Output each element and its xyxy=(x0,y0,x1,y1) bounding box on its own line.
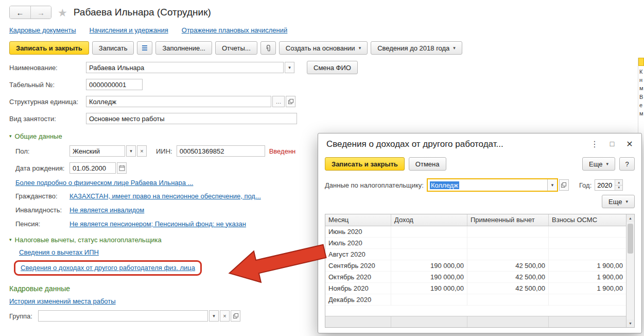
year-input[interactable] xyxy=(595,180,615,190)
birthdate-calendar-button[interactable] xyxy=(117,162,127,174)
nav-link-accruals-deductions[interactable]: Начисления и удержания xyxy=(90,26,168,34)
structural-unit-select-button[interactable]: … xyxy=(272,96,285,107)
register-icon xyxy=(141,44,148,52)
cell-income: 190 000,00 xyxy=(391,283,467,294)
dialog-close-button[interactable]: ✕ xyxy=(623,138,636,150)
reports-button[interactable]: Отчеты... xyxy=(215,41,257,55)
dialog-save-close-button[interactable]: Записать и закрыть xyxy=(325,157,405,171)
back-button[interactable]: ← xyxy=(10,6,30,19)
forward-icon: → xyxy=(37,8,45,17)
register-records-button[interactable] xyxy=(137,41,152,55)
column-header-month[interactable]: Месяц xyxy=(325,214,391,226)
table-row[interactable]: Сентябрь 2020190 000,0042 500,001 900,00 xyxy=(325,260,626,272)
group-open-button[interactable] xyxy=(231,310,240,322)
taxpayer-open-button[interactable] xyxy=(559,179,569,191)
group-input[interactable] xyxy=(38,310,208,322)
red-highlight-box: Сведения о доходах от другого работодате… xyxy=(14,260,202,276)
table-row[interactable]: Декабрь 2020 xyxy=(325,294,626,306)
open-icon xyxy=(561,182,567,188)
person-details-link[interactable]: Более подробно о физическом лице Рабаева… xyxy=(15,179,193,187)
structural-unit-input[interactable] xyxy=(86,96,271,107)
scroll-down-button[interactable]: ▼ xyxy=(626,320,634,327)
cell-income xyxy=(391,294,467,306)
favorite-star-icon[interactable]: ★ xyxy=(58,7,67,18)
table-row[interactable]: Июнь 2020 xyxy=(325,226,626,238)
column-header-osms[interactable]: Взносы ОСМС xyxy=(549,214,626,226)
personnel-number-input[interactable] xyxy=(86,79,143,90)
scroll-up-button[interactable]: ▲ xyxy=(626,214,634,222)
nav-link-personnel-documents[interactable]: Кадровые документы xyxy=(9,26,76,34)
group-dropdown-button[interactable]: ▾ xyxy=(209,310,219,322)
table-row[interactable]: Июль 2020 xyxy=(325,238,626,249)
close-icon: ✕ xyxy=(626,139,633,149)
dropdown-arrow-icon: ▾ xyxy=(288,65,291,70)
gender-dropdown-button[interactable]: ▾ xyxy=(126,145,136,157)
data-before-2018-button[interactable]: Сведения до 2018 года ▾ xyxy=(371,41,462,55)
cell-month: Декабрь 2020 xyxy=(325,294,391,306)
gender-label: Пол: xyxy=(15,147,69,155)
dialog-cancel-button[interactable]: Отмена xyxy=(409,157,446,171)
save-close-button[interactable]: Записать и закрыть xyxy=(9,41,89,55)
year-up-button[interactable]: ▲ xyxy=(615,180,622,185)
personnel-number-label: Табельный №: xyxy=(9,81,86,89)
pension-link[interactable]: Не является пенсионером; Пенсионный фонд… xyxy=(69,220,246,228)
dropdown-arrow-icon: ▾ xyxy=(130,149,132,154)
table-scrollbar[interactable]: ▲ ▼ xyxy=(626,214,634,327)
income-dialog: Сведения о доходах от другого работодат.… xyxy=(318,133,642,333)
column-header-deduction[interactable]: Примененный вычет xyxy=(467,214,549,226)
attachments-button[interactable] xyxy=(260,41,276,55)
section-general-data[interactable]: ▾ Общие данные xyxy=(9,132,62,140)
command-links: Кадровые документы Начисления и удержани… xyxy=(9,26,644,34)
dialog-help-button[interactable]: ? xyxy=(619,157,635,171)
section-tax-deductions[interactable]: ▾ Налоговые вычеты, статус налогоплатель… xyxy=(9,236,162,244)
table-row[interactable]: Август 2020 xyxy=(325,249,626,260)
taxpayer-input[interactable]: Колледж xyxy=(428,179,547,191)
create-based-on-label: Создать на основании xyxy=(286,44,355,52)
gender-clear-button[interactable]: × xyxy=(137,145,147,157)
income-table-body: Июнь 2020Июль 2020Август 2020Сентябрь 20… xyxy=(325,226,626,306)
income-table: Месяц Доход Примененный вычет Взносы ОСМ… xyxy=(325,214,635,328)
taxpayer-dropdown-button[interactable]: ▾ xyxy=(547,179,557,191)
dropdown-arrow-icon: ▾ xyxy=(606,162,608,166)
citizenship-link[interactable]: КАЗАХСТАН, имеет право на пенсионное обе… xyxy=(69,192,261,200)
year-down-button[interactable]: ▼ xyxy=(615,185,622,191)
employment-type-label: Вид занятости: xyxy=(9,115,86,123)
name-dropdown-button[interactable]: ▾ xyxy=(285,62,294,73)
footer-cell xyxy=(549,316,626,327)
scrollbar-track[interactable] xyxy=(626,222,634,320)
dialog-menu-button[interactable]: ⋮ xyxy=(588,138,601,150)
cell-deduction: 42 500,00 xyxy=(467,283,549,294)
cell-income xyxy=(391,249,467,260)
dialog-maximize-button[interactable]: □ xyxy=(605,138,619,150)
paperclip-icon xyxy=(265,44,272,52)
clipped-text-fragment: е xyxy=(639,102,644,109)
structural-unit-open-button[interactable] xyxy=(286,96,295,107)
scrollbar-thumb[interactable] xyxy=(628,224,633,254)
save-button[interactable]: Записать xyxy=(92,41,134,55)
table-row[interactable]: Октябрь 2020190 000,0042 500,001 900,00 xyxy=(325,272,626,283)
forward-button[interactable]: → xyxy=(30,6,51,19)
column-header-income[interactable]: Доход xyxy=(391,214,467,226)
table-row[interactable]: Ноябрь 2020190 000,0042 500,001 900,00 xyxy=(325,283,626,294)
job-history-link[interactable]: История изменений места работы xyxy=(9,297,116,305)
name-input[interactable] xyxy=(86,62,284,73)
dialog-more-button[interactable]: Еще ▾ xyxy=(582,157,615,171)
ipn-deductions-link[interactable]: Сведения о вычетах ИПН xyxy=(19,248,99,256)
taxpayer-selected-text: Колледж xyxy=(430,181,459,189)
iin-input[interactable] xyxy=(177,145,265,157)
table-more-button[interactable]: Еще ▾ xyxy=(602,195,635,208)
fill-button[interactable]: Заполнение... xyxy=(155,41,212,55)
create-based-on-button[interactable]: Создать на основании ▾ xyxy=(279,41,368,55)
disability-link[interactable]: Не является инвалидом xyxy=(69,206,144,214)
group-clear-button[interactable]: × xyxy=(220,310,230,322)
clipped-window-edge: КнмВем xyxy=(638,58,644,135)
other-employer-income-link[interactable]: Сведения о доходах от другого работодате… xyxy=(21,264,195,272)
taxpayer-row: Данные по налогоплательщику: Колледж ▾ Г… xyxy=(325,178,635,192)
change-name-button[interactable]: Смена ФИО xyxy=(307,61,358,74)
nav-link-planned-accruals[interactable]: Отражение плановых начислений xyxy=(182,26,288,34)
employment-type-input[interactable] xyxy=(86,113,297,124)
gender-input[interactable] xyxy=(69,145,125,157)
cell-osms: 1 900,00 xyxy=(549,260,626,272)
cell-osms: 1 900,00 xyxy=(549,272,626,283)
birthdate-input[interactable] xyxy=(69,162,116,174)
